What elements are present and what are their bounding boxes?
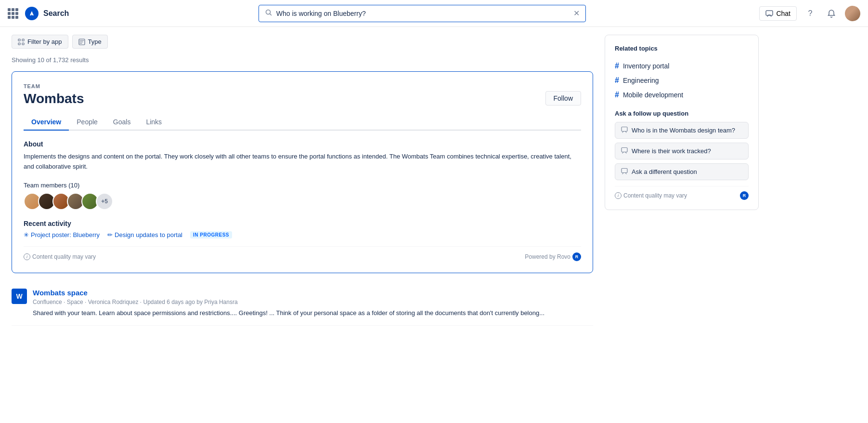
top-navigation: Search ✕ Chat ? bbox=[0, 0, 868, 27]
search-input[interactable] bbox=[276, 10, 570, 17]
left-column: Filter by app Type Showing 10 of 1,732 r… bbox=[12, 35, 593, 326]
apps-grid-icon[interactable] bbox=[8, 8, 18, 19]
panel-rovo-logo: R bbox=[743, 193, 746, 198]
related-topics-title: Related topics bbox=[615, 45, 749, 52]
activity-title: Recent activity bbox=[24, 220, 581, 227]
results-count: Showing 10 of 1,732 results bbox=[12, 56, 593, 64]
chat-bubble-icon-1 bbox=[621, 126, 628, 134]
topic-inventory-portal[interactable]: # Inventory portal bbox=[615, 59, 749, 73]
powered-by-label: Powered by Rovo bbox=[525, 253, 570, 260]
svg-rect-5 bbox=[22, 43, 24, 45]
avatars-row: +5 bbox=[24, 193, 581, 210]
activity-icon-2: ✏ bbox=[107, 231, 113, 238]
followup-text-3: Ask a different question bbox=[632, 168, 697, 175]
search-bar-wrapper: ✕ bbox=[259, 5, 586, 22]
chat-bubble-icon-3 bbox=[621, 168, 628, 176]
chat-bubble-icon-2 bbox=[621, 147, 628, 155]
chat-icon bbox=[765, 10, 773, 17]
hash-icon-3: # bbox=[615, 91, 619, 99]
filter-bar: Filter by app Type bbox=[12, 35, 593, 49]
search-icon bbox=[265, 9, 272, 18]
followup-title: Ask a follow up question bbox=[615, 110, 749, 117]
team-card-label: TEAM bbox=[24, 83, 581, 89]
notifications-button[interactable] bbox=[824, 6, 839, 21]
filter-by-app-label: Filter by app bbox=[27, 38, 62, 45]
about-title: About bbox=[24, 140, 581, 148]
follow-button[interactable]: Follow bbox=[545, 91, 581, 106]
app-title: Search bbox=[43, 9, 69, 18]
activity-text-2: Design updates to portal bbox=[115, 231, 182, 238]
nav-right: Chat ? bbox=[759, 6, 860, 21]
svg-rect-9 bbox=[622, 169, 627, 173]
panel-quality-text: Content quality may vary bbox=[623, 192, 687, 199]
followup-button-1[interactable]: Who is in the Wombats design team? bbox=[615, 122, 749, 139]
tab-people[interactable]: People bbox=[69, 114, 105, 131]
quality-note: i Content quality may vary bbox=[24, 253, 96, 260]
activity-link-1[interactable]: ✳ Project poster: Blueberry bbox=[24, 231, 100, 238]
card-footer: i Content quality may vary Powered by Ro… bbox=[24, 246, 581, 261]
chat-label: Chat bbox=[776, 10, 790, 17]
svg-rect-2 bbox=[18, 39, 20, 41]
svg-rect-8 bbox=[622, 148, 627, 152]
panel-quality-note: i Content quality may vary bbox=[615, 192, 687, 199]
more-members-count[interactable]: +5 bbox=[96, 193, 113, 210]
topic-label-3: Mobile development bbox=[623, 91, 683, 99]
panel-rovo-badge: R bbox=[740, 191, 749, 200]
result-content: Wombats space Confluence · Space · Veron… bbox=[33, 289, 593, 318]
rovo-note: Powered by Rovo R bbox=[525, 252, 581, 261]
team-card: TEAM Wombats Follow Overview People Goal… bbox=[12, 71, 593, 273]
topic-engineering[interactable]: # Engineering bbox=[615, 73, 749, 88]
tab-goals[interactable]: Goals bbox=[105, 114, 139, 131]
followup-button-3[interactable]: Ask a different question bbox=[615, 163, 749, 180]
clear-search-button[interactable]: ✕ bbox=[573, 10, 580, 17]
result-icon-letter: W bbox=[16, 292, 22, 300]
main-content: Filter by app Type Showing 10 of 1,732 r… bbox=[0, 27, 770, 333]
svg-rect-3 bbox=[22, 39, 24, 41]
svg-rect-4 bbox=[18, 43, 20, 45]
followup-text-1: Who is in the Wombats design team? bbox=[632, 127, 735, 134]
nav-left: Search bbox=[8, 7, 85, 20]
info-icon: i bbox=[24, 253, 30, 260]
activity-row: ✳ Project poster: Blueberry ✏ Design upd… bbox=[24, 231, 581, 238]
panel-info-icon: i bbox=[615, 192, 622, 199]
filter-by-app-button[interactable]: Filter by app bbox=[12, 35, 68, 49]
result-icon: W bbox=[12, 289, 27, 304]
atlassian-logo bbox=[25, 7, 39, 20]
tab-links[interactable]: Links bbox=[138, 114, 169, 131]
filter-app-icon bbox=[18, 39, 25, 45]
followup-text-2: Where is their work tracked? bbox=[632, 147, 711, 155]
panel-footer: i Content quality may vary R bbox=[615, 186, 749, 200]
team-members-section: Team members (10) +5 bbox=[24, 182, 581, 210]
user-avatar[interactable] bbox=[845, 6, 860, 21]
rovo-logo: R bbox=[575, 254, 579, 259]
result-snippet: Shared with your team. Learn about space… bbox=[33, 308, 593, 318]
type-filter-label: Type bbox=[88, 38, 102, 45]
result-item-wombats-space: W Wombats space Confluence · Space · Ver… bbox=[12, 281, 593, 326]
tab-overview[interactable]: Overview bbox=[24, 114, 69, 131]
activity-text-1: Project poster: Blueberry bbox=[31, 231, 100, 238]
type-icon bbox=[78, 39, 85, 45]
activity-link-2[interactable]: ✏ Design updates to portal bbox=[107, 231, 182, 238]
about-text: Implements the designs and content on th… bbox=[24, 152, 581, 172]
team-header: Wombats Follow bbox=[24, 91, 581, 106]
in-progress-badge: IN PROGRESS bbox=[190, 231, 232, 238]
search-bar: ✕ bbox=[259, 5, 586, 22]
topic-label-1: Inventory portal bbox=[623, 62, 670, 70]
chat-button[interactable]: Chat bbox=[759, 6, 797, 21]
hash-icon-2: # bbox=[615, 76, 619, 85]
result-title[interactable]: Wombats space bbox=[33, 289, 593, 297]
type-filter-button[interactable]: Type bbox=[72, 35, 108, 49]
rovo-badge: R bbox=[572, 252, 581, 261]
members-label: Team members (10) bbox=[24, 182, 581, 189]
team-tabs: Overview People Goals Links bbox=[24, 114, 581, 131]
svg-rect-7 bbox=[622, 127, 627, 132]
quality-note-text: Content quality may vary bbox=[32, 253, 96, 260]
topic-mobile-development[interactable]: # Mobile development bbox=[615, 88, 749, 102]
followup-button-2[interactable]: Where is their work tracked? bbox=[615, 143, 749, 159]
result-meta: Confluence · Space · Veronica Rodriquez … bbox=[33, 299, 593, 305]
recent-activity-section: Recent activity ✳ Project poster: Bluebe… bbox=[24, 220, 581, 238]
help-button[interactable]: ? bbox=[803, 6, 818, 21]
related-card: Related topics # Inventory portal # Engi… bbox=[605, 35, 759, 210]
team-name: Wombats bbox=[24, 91, 84, 106]
hash-icon-1: # bbox=[615, 62, 619, 70]
